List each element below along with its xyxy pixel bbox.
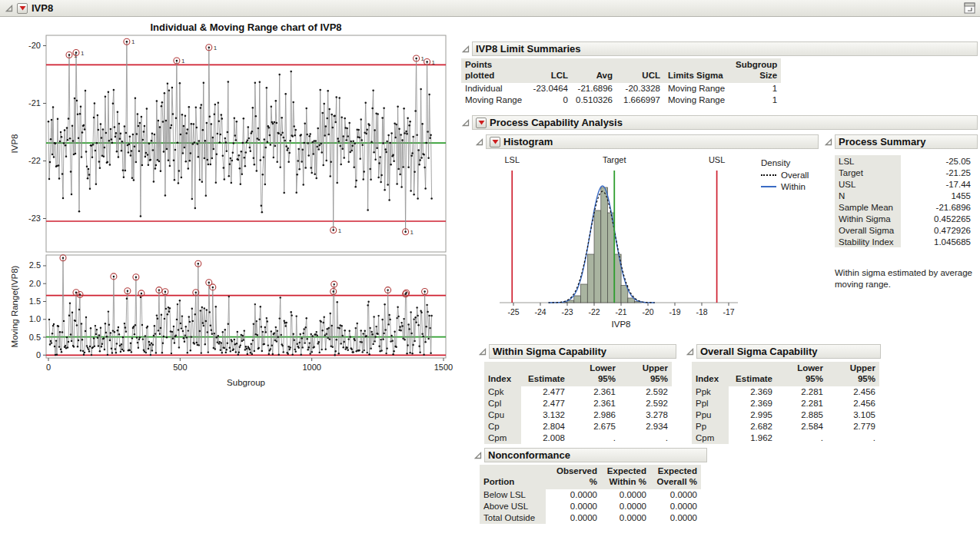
column-header: Index [484, 362, 521, 386]
cell: . [620, 432, 672, 444]
disclosure-triangle-icon[interactable] [686, 347, 694, 356]
nonconformance-table: Portion Observed % Expected Within % Exp… [480, 465, 701, 524]
jmp-report-window: IVP8 Individual & Moving Range chart of … [0, 0, 980, 540]
within-curve-swatch [761, 186, 776, 187]
imr-chart-title: Individual & Moving Range chart of IVP8 [150, 22, 341, 33]
window-icon[interactable] [964, 2, 975, 14]
cell: 2.477 [521, 386, 569, 398]
overall-sigma-title: Overall Sigma Capability [700, 346, 817, 357]
cell: 2.995 [729, 409, 776, 421]
cell: 0.0000 [650, 489, 701, 501]
cell: 2.934 [620, 421, 672, 432]
column-header: LCL [527, 58, 572, 83]
cell: 2.675 [569, 421, 620, 432]
process-summary-title: Process Summary [839, 136, 925, 147]
table-row: LSL-25.05 [835, 155, 975, 167]
table-row: Pp2.6822.5842.779 [692, 421, 879, 432]
table-row: Individual -23.0464 -21.6896 -20.3328 Mo… [461, 83, 781, 94]
legend-item: Overall [761, 171, 809, 180]
column-header: Limits Sigma [664, 58, 732, 83]
cell: 1.045685 [901, 236, 975, 247]
cell: 2.986 [569, 409, 620, 421]
legend-label: Overall [781, 171, 809, 180]
disclosure-triangle-icon[interactable] [5, 4, 13, 12]
cell: Sample Mean [835, 201, 901, 213]
table-row: N1455 [835, 190, 975, 201]
column-header: Index [692, 362, 729, 386]
process-capability-header: Process Capability Analysis [461, 115, 978, 130]
red-triangle-menu-icon[interactable] [490, 137, 500, 147]
table-row: Cp2.8042.6752.934 [484, 421, 672, 432]
svg-text:1: 1 [131, 38, 135, 45]
cell: 2.584 [776, 421, 827, 432]
cell: 0.510326 [572, 94, 616, 106]
disclosure-triangle-icon[interactable] [475, 137, 483, 146]
cell: 3.132 [521, 409, 569, 421]
svg-text:-20: -20 [28, 41, 41, 50]
svg-text:1: 1 [432, 59, 436, 66]
svg-text:-17: -17 [723, 307, 734, 316]
cell: 1 [732, 83, 781, 94]
column-header: Avg [572, 58, 616, 83]
capability-histogram[interactable]: -25-24-23-22-21-20-19-18-17IVP8LSLTarget… [483, 152, 753, 333]
column-header: Upper 95% [827, 362, 879, 386]
cell: Moving Range [664, 94, 732, 106]
disclosure-triangle-icon[interactable] [473, 451, 482, 459]
table-row: USL-17.44 [835, 178, 975, 190]
imr-chart[interactable]: Individual & Moving Range chart of IVP8-… [8, 18, 457, 391]
svg-text:1: 1 [338, 227, 342, 234]
cell: 1455 [901, 190, 975, 201]
column-header: Estimate [521, 362, 569, 386]
cell: Cpk [484, 386, 521, 398]
cell: 2.369 [729, 398, 776, 409]
cell: -21.25 [901, 167, 975, 178]
svg-text:-20: -20 [642, 307, 653, 316]
column-header: Lower 95% [569, 362, 620, 386]
cell: -21.6896 [572, 83, 616, 94]
table-row: Cpm1.962.. [692, 432, 879, 444]
cell: 2.592 [620, 398, 672, 409]
disclosure-triangle-icon[interactable] [461, 118, 470, 127]
legend-label: Within [781, 182, 806, 191]
usl-label: USL [709, 155, 725, 164]
cell: 0.0000 [546, 489, 601, 501]
overall-sigma-header: Overall Sigma Capability [686, 344, 881, 359]
svg-text:1.5: 1.5 [29, 297, 41, 306]
svg-text:-23: -23 [28, 214, 41, 223]
disclosure-triangle-icon[interactable] [824, 137, 832, 146]
cell: -25.05 [901, 155, 975, 167]
table-row: Stability Index1.045685 [835, 236, 975, 247]
moving-range-y-axis-label: Moving Range(IVP8) [10, 265, 19, 347]
table-row: Cpm2.008.. [484, 432, 672, 444]
svg-text:1: 1 [410, 229, 414, 236]
table-row: Cpk2.4772.3612.592 [484, 386, 672, 398]
red-triangle-menu-icon[interactable] [17, 3, 28, 14]
cell: 2.361 [569, 398, 620, 409]
within-sigma-table: Index Estimate Lower 95% Upper 95% Cpk2.… [484, 362, 672, 444]
within-sigma-title: Within Sigma Capability [493, 346, 606, 357]
cell: Cpm [692, 432, 729, 444]
cell: Stability Index [835, 236, 901, 247]
cell: 1.962 [729, 432, 776, 444]
disclosure-triangle-icon[interactable] [478, 347, 487, 356]
red-triangle-menu-icon[interactable] [476, 118, 487, 128]
overall-sigma-table: Index Estimate Lower 95% Upper 95% Ppk2.… [692, 362, 879, 444]
cell: -17.44 [901, 178, 975, 190]
cell: 2.592 [620, 386, 672, 398]
cell: 1 [732, 94, 781, 106]
svg-text:1000: 1000 [302, 363, 321, 372]
cell: 0.0000 [601, 501, 650, 512]
process-summary-table: LSL-25.05 Target-21.25 USL-17.44 N1455 S… [835, 155, 975, 247]
svg-text:0: 0 [36, 350, 41, 359]
svg-text:1: 1 [81, 50, 85, 57]
svg-text:-21: -21 [28, 98, 41, 108]
disclosure-triangle-icon[interactable] [461, 45, 470, 53]
table-row: Overall Sigma0.472926 [835, 224, 975, 236]
cell: Pp [692, 421, 729, 432]
cell: 3.105 [827, 409, 879, 421]
column-header: Expected Overall % [650, 465, 701, 489]
cell: Moving Range [664, 83, 732, 94]
svg-text:0.5: 0.5 [29, 333, 41, 342]
svg-text:-18: -18 [696, 307, 707, 316]
table-header-row: Index Estimate Lower 95% Upper 95% [484, 362, 672, 386]
